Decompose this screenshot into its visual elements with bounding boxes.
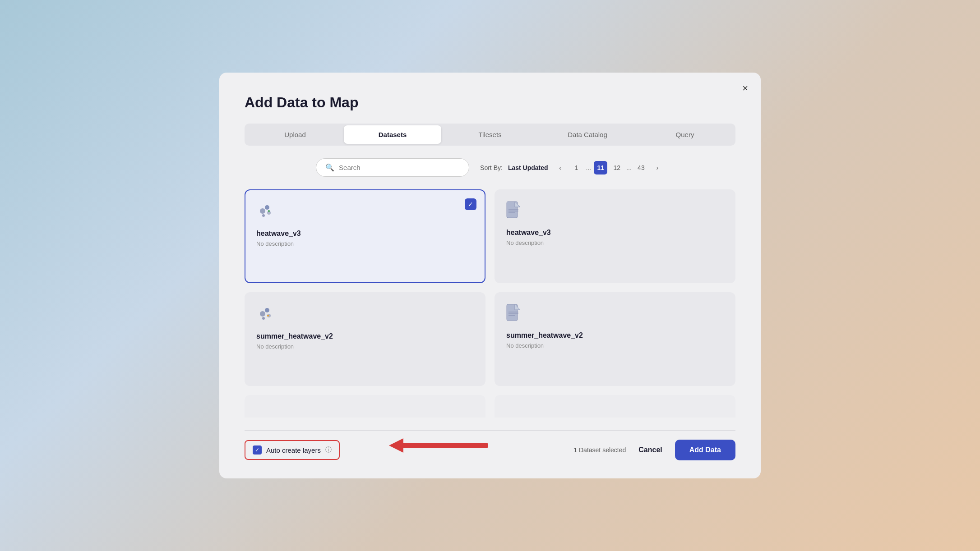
search-icon: 🔍: [325, 163, 334, 172]
dataset-card-3[interactable]: summer_heatwave_v2 No description: [245, 292, 485, 386]
auto-create-container: ✓ Auto create layers ⓘ: [245, 440, 340, 460]
card-name-2: heatwave_v3: [506, 229, 724, 237]
partial-card-right: [495, 395, 735, 418]
auto-create-label: Auto create layers: [266, 446, 321, 454]
selected-count: 1 Dataset selected: [573, 446, 626, 454]
cancel-button[interactable]: Cancel: [638, 446, 662, 454]
card-name-4: summer_heatwave_v2: [506, 331, 724, 340]
red-arrow: [389, 437, 488, 454]
modal: × Add Data to Map Upload Datasets Tilese…: [219, 73, 761, 478]
file-icon-1: [506, 201, 724, 221]
card-desc-2: No description: [506, 239, 724, 246]
arrow-container: [389, 437, 488, 454]
svg-marker-20: [389, 438, 403, 453]
page-1-button[interactable]: 1: [570, 161, 583, 174]
svg-point-10: [260, 311, 265, 317]
page-dots-1: ...: [586, 164, 592, 171]
svg-point-14: [267, 315, 269, 317]
scatter-icon-1: [256, 201, 474, 222]
svg-point-11: [265, 308, 269, 312]
add-data-button[interactable]: Add Data: [675, 440, 735, 460]
dataset-grid: ✓ heatwave_v3 No description heatwave_v3…: [245, 189, 735, 386]
tabs-container: Upload Datasets Tilesets Data Catalog Qu…: [245, 124, 735, 146]
page-nav: ‹ 1 ... 11 12 ... 43 ›: [554, 161, 664, 174]
search-box: 🔍: [316, 158, 469, 177]
dataset-card-4[interactable]: summer_heatwave_v2 No description: [495, 292, 735, 386]
svg-point-4: [268, 210, 270, 212]
sort-value[interactable]: Last Updated: [508, 164, 548, 171]
scatter-icon-2: [256, 304, 474, 325]
info-icon: ⓘ: [325, 446, 332, 454]
card-name-3: summer_heatwave_v2: [256, 332, 474, 340]
dataset-card-2[interactable]: heatwave_v3 No description: [495, 189, 735, 283]
partial-card-left: [245, 395, 485, 418]
footer: ✓ Auto create layers ⓘ 1 Dataset selecte…: [245, 430, 735, 460]
close-button[interactable]: ×: [742, 83, 748, 93]
card-desc-1: No description: [256, 240, 474, 247]
card-desc-4: No description: [506, 342, 724, 349]
page-next-button[interactable]: ›: [651, 161, 664, 174]
page-11-button[interactable]: 11: [594, 161, 607, 174]
svg-point-3: [262, 214, 265, 217]
tab-datasets[interactable]: Datasets: [344, 125, 441, 144]
tab-data-catalog[interactable]: Data Catalog: [539, 125, 636, 144]
page-prev-button[interactable]: ‹: [554, 161, 567, 174]
search-sort-row: 🔍 Sort By: Last Updated ‹ 1 ... 11 12 ..…: [245, 158, 735, 177]
auto-create-box: ✓ Auto create layers ⓘ: [245, 440, 340, 460]
auto-create-checkbox[interactable]: ✓: [253, 445, 262, 455]
page-dots-2: ...: [626, 164, 632, 171]
dataset-card-1[interactable]: ✓ heatwave_v3 No description: [245, 189, 485, 283]
search-input[interactable]: [339, 164, 460, 171]
tab-query[interactable]: Query: [636, 125, 734, 144]
modal-title: Add Data to Map: [245, 94, 735, 111]
svg-point-0: [260, 208, 265, 214]
tab-upload[interactable]: Upload: [246, 125, 344, 144]
svg-point-1: [265, 205, 269, 210]
card-desc-3: No description: [256, 343, 474, 350]
tab-tilesets[interactable]: Tilesets: [441, 125, 539, 144]
sort-pagination: Sort By: Last Updated ‹ 1 ... 11 12 ... …: [480, 161, 664, 174]
card-check-1: ✓: [465, 198, 476, 210]
svg-point-13: [262, 317, 265, 320]
sort-label: Sort By:: [480, 164, 503, 171]
svg-rect-21: [402, 443, 488, 448]
file-icon-2: [506, 304, 724, 324]
page-12-button[interactable]: 12: [610, 161, 624, 174]
footer-right: 1 Dataset selected Cancel Add Data: [573, 440, 735, 460]
page-43-button[interactable]: 43: [634, 161, 648, 174]
card-name-1: heatwave_v3: [256, 230, 474, 238]
